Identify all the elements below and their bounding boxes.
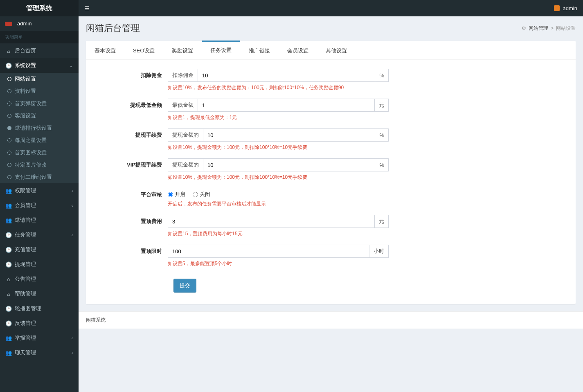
sidebar-item[interactable]: 🕑反馈管理	[0, 316, 79, 331]
circle-icon	[7, 114, 11, 118]
avatar-icon	[5, 22, 12, 26]
circle-icon	[7, 126, 11, 130]
sidebar-item-label: 反馈管理	[15, 320, 36, 327]
sidebar-subitem[interactable]: 资料设置	[0, 85, 79, 97]
form-label: 平台审核	[98, 188, 168, 198]
breadcrumb-root[interactable]: 网站管理	[529, 25, 548, 32]
input-group: 提现金额的%	[168, 128, 389, 142]
tab[interactable]: 奖励设置	[163, 41, 202, 59]
input-suffix: 元	[375, 99, 389, 112]
text-input[interactable]	[203, 158, 375, 171]
tab[interactable]: 会员设置	[279, 41, 317, 59]
input-group: 提现金额的%	[168, 158, 389, 171]
sidebar-item[interactable]: 🕑提现管理	[0, 257, 79, 272]
tab[interactable]: 基本设置	[86, 41, 124, 59]
sidebar-subitem-label: 首页图标设置	[15, 149, 47, 156]
radio-option[interactable]: 关闭	[193, 191, 210, 197]
form-label: VIP提现手续费	[98, 158, 168, 169]
sidebar-item-label: 聊天管理	[15, 349, 36, 356]
sidebar-item[interactable]: 👥举报管理‹	[0, 331, 79, 345]
input-suffix: 小时	[369, 245, 389, 258]
sidebar-item[interactable]: ⌂帮助管理	[0, 286, 79, 301]
help-text: 如设置5，最多能置顶5个小时	[168, 260, 389, 267]
avatar-icon	[554, 5, 560, 11]
settings-panel: 基本设置SEO设置奖励设置任务设置推广链接会员设置其他设置 扣除佣金扣除佣金%如…	[86, 41, 576, 304]
sidebar-subitem-label: 每周之星设置	[15, 137, 47, 144]
sidebar-item[interactable]: 👥权限管理‹	[0, 183, 79, 198]
input-suffix: %	[375, 128, 389, 142]
sidebar-subitem[interactable]: 首页弹窗设置	[0, 97, 79, 110]
sidebar-subitem[interactable]: 支付二维码设置	[0, 171, 79, 183]
circle-icon	[7, 77, 11, 81]
dashboard-icon: 🕑	[6, 261, 11, 268]
sidebar-item-label: 公告管理	[15, 275, 36, 283]
input-group: 元	[168, 215, 389, 228]
tab[interactable]: 任务设置	[202, 41, 240, 59]
sidebar-item[interactable]: 🕑充值管理	[0, 242, 79, 257]
sidebar-item-label: 权限管理	[15, 187, 36, 194]
sidebar-item[interactable]: ⌂公告管理	[0, 272, 79, 286]
form-control: 开启关闭开启后，发布的任务需要平台审核后才能显示	[168, 188, 389, 212]
form-control: 小时如设置5，最多能置顶5个小时	[168, 245, 389, 272]
form-control: 最低金额元如设置1，提现最低金额为：1元	[168, 99, 389, 126]
top-user-menu[interactable]: admin	[554, 5, 577, 11]
radio-input[interactable]	[193, 192, 198, 197]
sidebar-subitem-label: 资料设置	[15, 88, 36, 95]
app-logo[interactable]: 管理系统	[0, 0, 79, 16]
sidebar-toggle-icon[interactable]: ☰	[84, 5, 90, 11]
text-input[interactable]	[168, 245, 369, 258]
sidebar-item-label: 轮播图管理	[15, 305, 41, 312]
help-text: 如设置1，提现最低金额为：1元	[168, 114, 389, 121]
form-control: 元如设置15，置顶费用为每小时15元	[168, 215, 389, 242]
text-input[interactable]	[168, 215, 375, 228]
page-header: 闲猫后台管理 ⚙ 网站管理 > 网站设置	[79, 16, 583, 38]
sidebar-item[interactable]: ⌂后台首页	[0, 43, 79, 58]
input-group: 扣除佣金%	[168, 69, 389, 82]
text-input[interactable]	[203, 128, 375, 142]
page-title: 闲猫后台管理	[86, 22, 140, 34]
tab-bar: 基本设置SEO设置奖励设置任务设置推广链接会员设置其他设置	[86, 41, 576, 60]
form-label: 提现手续费	[98, 128, 168, 139]
sidebar-section-header: 功能菜单	[0, 31, 79, 43]
help-text: 如设置10%，发布任务的奖励金额为：100元，则扣除100*10%，任务奖励金额…	[168, 84, 389, 91]
home-icon: ⌂	[6, 276, 11, 282]
input-prefix: 提现金额的	[168, 128, 203, 142]
sidebar-item[interactable]: 👥邀请管理	[0, 213, 79, 228]
home-icon: ⌂	[6, 291, 11, 297]
input-prefix: 提现金额的	[168, 158, 203, 171]
form-label: 置顶限时	[98, 245, 168, 255]
sidebar-subitem[interactable]: 网站设置	[0, 73, 79, 85]
help-text: 开启后，发布的任务需要平台审核后才能显示	[168, 201, 389, 207]
tab[interactable]: 其他设置	[317, 41, 356, 59]
form-row: VIP提现手续费提现金额的%如设置10%，提现金额为：100元，则扣除100*1…	[98, 158, 563, 186]
sidebar-item[interactable]: 👥会员管理‹	[0, 198, 79, 213]
footer: 闲猫系统	[79, 311, 583, 329]
sidebar-item-label: 会员管理	[15, 202, 36, 209]
circle-icon	[7, 175, 11, 179]
tab[interactable]: 推广链接	[240, 41, 279, 59]
sidebar-item[interactable]: 👥聊天管理‹	[0, 345, 79, 360]
users-icon: 👥	[6, 188, 11, 194]
submit-button[interactable]: 提交	[173, 279, 196, 293]
sidebar-subitem[interactable]: 客服设置	[0, 110, 79, 122]
form-row: 平台审核开启关闭开启后，发布的任务需要平台审核后才能显示	[98, 188, 563, 212]
form-label: 扣除佣金	[98, 69, 168, 79]
radio-input[interactable]	[168, 192, 173, 197]
radio-option[interactable]: 开启	[168, 191, 185, 197]
form-row: 置顶费用元如设置15，置顶费用为每小时15元	[98, 215, 563, 242]
sidebar-subitem[interactable]: 首页图标设置	[0, 146, 79, 159]
sidebar-item[interactable]: 🕑任务管理‹	[0, 228, 79, 242]
sidebar-subitem[interactable]: 特定图片修改	[0, 159, 79, 171]
text-input[interactable]	[198, 69, 375, 82]
sidebar-user-panel: admin	[0, 16, 79, 31]
input-group: 小时	[168, 245, 389, 258]
sidebar-item[interactable]: 🕑系统设置⌄	[0, 58, 79, 73]
sidebar-subitem[interactable]: 邀请排行榜设置	[0, 122, 79, 134]
sidebar-item[interactable]: 🕑轮播图管理	[0, 301, 79, 316]
text-input[interactable]	[198, 99, 375, 112]
sidebar-subitem[interactable]: 每周之星设置	[0, 134, 79, 146]
tab[interactable]: SEO设置	[124, 41, 163, 59]
breadcrumb-current: 网站设置	[556, 25, 576, 32]
sidebar-item-label: 邀请管理	[15, 216, 36, 224]
sidebar-item-label: 提现管理	[15, 261, 36, 268]
